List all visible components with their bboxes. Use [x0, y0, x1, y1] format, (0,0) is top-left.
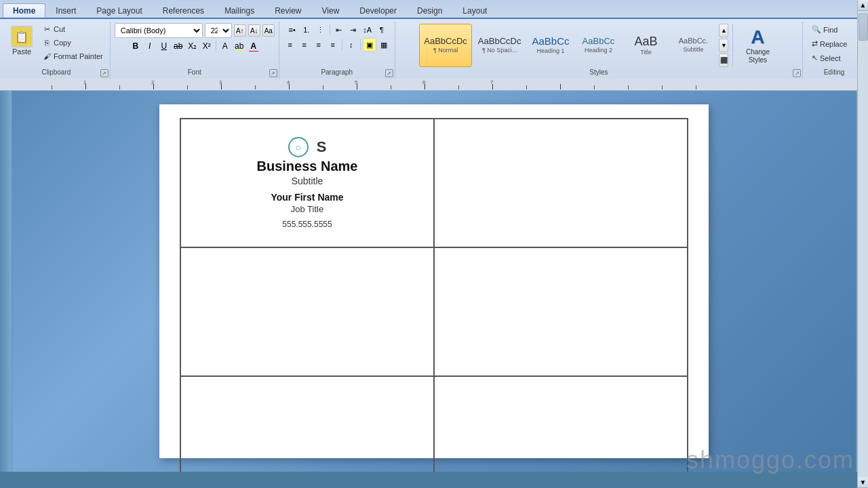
tab-review[interactable]: Review: [264, 3, 311, 18]
svg-rect-4: [187, 85, 188, 89]
change-case-button[interactable]: Aa: [262, 24, 275, 37]
style-subtitle-name: Subtitle: [683, 46, 703, 53]
highlight-color-button[interactable]: ab: [233, 39, 246, 53]
line-spacing-button[interactable]: ↕: [344, 38, 358, 52]
style-title-button[interactable]: AaB Title: [623, 24, 669, 67]
styles-expander[interactable]: ↗: [793, 69, 801, 77]
card-mid-right[interactable]: [434, 247, 688, 376]
paragraph-label: Paragraph: [321, 67, 353, 77]
bold-button[interactable]: B: [129, 39, 142, 53]
text-effects-button[interactable]: A: [218, 39, 232, 53]
font-shrink-button[interactable]: A↓: [248, 24, 260, 37]
style-subtitle-button[interactable]: AaBbCc. Subtitle: [670, 24, 716, 67]
italic-button[interactable]: I: [143, 39, 157, 53]
tab-home[interactable]: Home: [3, 3, 45, 18]
superscript-button[interactable]: X²: [200, 39, 214, 53]
svg-rect-16: [594, 85, 595, 89]
svg-rect-17: [628, 85, 629, 89]
paragraph-expander[interactable]: ↗: [385, 69, 393, 77]
font-label: Font: [188, 67, 201, 77]
styles-scroll-up[interactable]: ▲: [719, 24, 728, 37]
tab-page-layout[interactable]: Page Layout: [86, 3, 152, 18]
replace-button[interactable]: ⇄ Replace: [807, 37, 861, 50]
align-right-button[interactable]: ≡: [312, 38, 326, 52]
document-page[interactable]: ○ S Business Name Subtitle Your First Na…: [159, 104, 709, 458]
styles-scroll-arrows: ▲ ▼ ⬛: [719, 24, 728, 67]
svg-text:7: 7: [490, 79, 494, 85]
style-subtitle-preview: AaBbCc.: [679, 37, 708, 45]
paragraph-row2: ≡ ≡ ≡ ≡ ↕ ▣ ▦: [283, 38, 391, 52]
styles-scroll-down[interactable]: ▼: [719, 39, 728, 52]
tab-references[interactable]: References: [153, 3, 214, 18]
format-painter-button[interactable]: 🖌 Format Painter: [39, 50, 106, 62]
tab-layout[interactable]: Layout: [452, 3, 497, 18]
tab-view[interactable]: View: [312, 3, 350, 18]
justify-button[interactable]: ≡: [326, 38, 340, 52]
paragraph-group: ≡• 1. ⋮ ⇤ ⇥ ↕A ¶ ≡ ≡ ≡ ≡ ↕ ▣ ▦ Paragrap: [279, 22, 395, 79]
increase-indent-button[interactable]: ⇥: [347, 23, 360, 37]
watermark: shmoggo.com: [686, 446, 854, 472]
editing-group: 🔍 Find ⇄ Replace ↖ Select Editing: [803, 22, 865, 79]
shading-button[interactable]: ▣: [363, 38, 376, 52]
font-size-select[interactable]: 22: [205, 23, 232, 38]
document-area[interactable]: ○ S Business Name Subtitle Your First Na…: [12, 91, 856, 472]
scroll-thumb[interactable]: [859, 14, 868, 41]
sort-button[interactable]: ↕A: [361, 23, 374, 37]
copy-icon: ⎘: [42, 38, 52, 47]
clipboard-expander[interactable]: ↗: [100, 69, 108, 77]
style-heading2-name: Heading 2: [585, 47, 612, 54]
paste-button[interactable]: 📋 Paste: [7, 23, 37, 58]
vertical-scrollbar[interactable]: ▲ ▼: [857, 0, 868, 488]
styles-content: AaBbCcDc ¶ Normal AaBbCcDc ¶ No Spaci...…: [419, 23, 778, 67]
tab-design[interactable]: Design: [407, 3, 452, 18]
borders-button[interactable]: ▦: [377, 38, 391, 52]
scroll-down-arrow[interactable]: ▼: [858, 477, 869, 488]
decrease-indent-button[interactable]: ⇤: [332, 23, 346, 37]
card-bot-left[interactable]: [180, 376, 434, 472]
svg-rect-10: [391, 85, 391, 89]
font-grow-button[interactable]: A↑: [234, 24, 246, 37]
multilevel-list-button[interactable]: ⋮: [314, 23, 328, 37]
find-button[interactable]: 🔍 Find: [807, 23, 861, 36]
card-top-left[interactable]: ○ S Business Name Subtitle Your First Na…: [180, 119, 434, 247]
tab-insert[interactable]: Insert: [45, 3, 86, 18]
show-formatting-button[interactable]: ¶: [375, 23, 389, 37]
align-center-button[interactable]: ≡: [298, 38, 311, 52]
left-sidebar: [0, 91, 12, 472]
change-styles-label: ChangeStyles: [746, 48, 770, 64]
select-button[interactable]: ↖ Select: [807, 52, 861, 64]
svg-text:6: 6: [422, 79, 426, 85]
underline-button[interactable]: U: [157, 39, 171, 53]
style-no-spacing-button[interactable]: AaBbCcDc ¶ No Spaci...: [473, 24, 526, 67]
tab-mailings[interactable]: Mailings: [214, 3, 264, 18]
card-logo-row: ○ S: [288, 137, 327, 157]
align-left-button[interactable]: ≡: [283, 38, 297, 52]
style-normal-button[interactable]: AaBbCcDc ¶ Normal: [419, 24, 472, 67]
copy-button[interactable]: ⎘ Copy: [39, 37, 106, 49]
styles-expand[interactable]: ⬛: [719, 54, 728, 67]
style-heading1-button[interactable]: AaBbCc Heading 1: [527, 24, 574, 67]
business-card-grid: ○ S Business Name Subtitle Your First Na…: [180, 118, 688, 472]
select-icon: ↖: [812, 54, 818, 62]
card-top-right[interactable]: [434, 119, 688, 247]
paragraph-content: ≡• 1. ⋮ ⇤ ⇥ ↕A ¶ ≡ ≡ ≡ ≡ ↕ ▣ ▦: [283, 23, 391, 67]
card-bot-right[interactable]: [434, 376, 688, 472]
bullets-button[interactable]: ≡•: [285, 23, 299, 37]
styles-group: AaBbCcDc ¶ Normal AaBbCcDc ¶ No Spaci...…: [395, 22, 803, 79]
font-family-select[interactable]: Calibri (Body): [115, 23, 203, 38]
card-business-name: Business Name: [257, 159, 358, 174]
numbering-button[interactable]: 1.: [300, 23, 313, 37]
change-styles-button[interactable]: A ChangeStyles: [737, 24, 778, 67]
svg-rect-8: [323, 85, 323, 89]
font-color-button[interactable]: A: [247, 39, 260, 53]
font-expander[interactable]: ↗: [269, 69, 277, 77]
tab-developer[interactable]: Developer: [349, 3, 407, 18]
style-heading2-button[interactable]: AaBbCc Heading 2: [575, 24, 621, 67]
svg-rect-19: [696, 85, 696, 89]
cut-button[interactable]: ✂ Cut: [39, 23, 106, 35]
card-mid-left[interactable]: [180, 247, 434, 376]
scroll-up-arrow[interactable]: ▲: [858, 0, 869, 11]
strikethrough-button[interactable]: ab: [172, 39, 185, 53]
subscript-button[interactable]: X₂: [186, 39, 199, 53]
card-main-content: ○ S Business Name Subtitle Your First Na…: [250, 130, 365, 236]
